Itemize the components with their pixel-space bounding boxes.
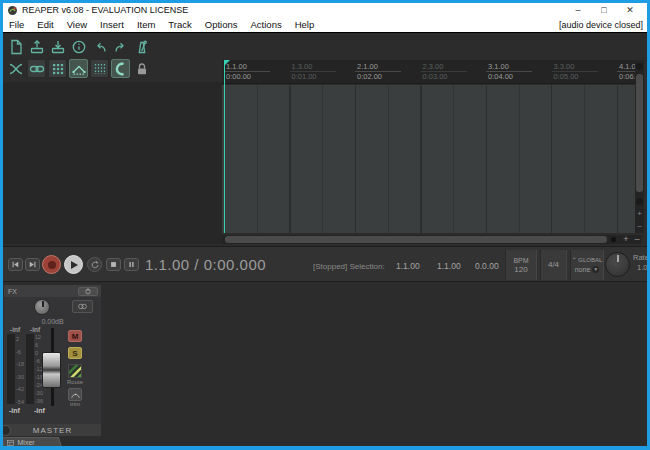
minimize-button[interactable]: – [565, 3, 591, 17]
reaper-logo-icon [7, 5, 18, 16]
main-area: 1.1.000:00.001.3.000:01.002.1.000:02.002… [3, 33, 647, 446]
bottom-dock: FX 0.00dB -inf -inf 2- [3, 282, 647, 446]
lock-button[interactable] [132, 59, 151, 78]
grid-button[interactable] [90, 59, 109, 78]
ruler-mark[interactable]: 2.1.000:02.00 [355, 62, 415, 81]
scale-tick: 2 [16, 336, 19, 342]
vzoom-in-button[interactable]: + [635, 210, 644, 218]
vscroll-thumb[interactable] [636, 74, 643, 192]
go-to-end-button[interactable] [25, 258, 40, 271]
link-icon [29, 61, 45, 77]
undo-button[interactable] [90, 37, 109, 56]
ruler-mark[interactable]: 2.3.000:03.00 [421, 62, 481, 81]
global-automation-value[interactable]: none▼ [575, 265, 600, 275]
stop-button[interactable] [106, 258, 121, 271]
vu-meter-left [7, 334, 15, 404]
ruler-mark[interactable]: 1.1.000:00.00 [224, 62, 284, 81]
master-knob[interactable] [3, 425, 11, 436]
global-automation-label: ⌃ GLOBAL [572, 256, 603, 265]
ruler-mark[interactable]: 1.3.000:01.00 [290, 62, 350, 81]
playrate-knob[interactable] [605, 252, 630, 277]
redo-button[interactable] [111, 37, 130, 56]
menu-actions[interactable]: Actions [251, 19, 282, 30]
menu-view[interactable]: View [67, 19, 87, 30]
bpm-value[interactable]: 120 [514, 265, 527, 275]
repeat-icon [90, 260, 100, 270]
envelope-button[interactable] [69, 59, 88, 78]
grouping-button[interactable] [48, 59, 67, 78]
ruler-mark[interactable]: 3.3.000:05.00 [552, 62, 612, 81]
record-button[interactable] [42, 255, 61, 274]
play-button[interactable] [64, 255, 83, 274]
mono-stereo-button[interactable] [72, 300, 93, 313]
project-settings-button[interactable] [69, 37, 88, 56]
hscroll-thumb[interactable] [225, 236, 607, 243]
snap-button[interactable] [111, 59, 130, 78]
save-project-icon [50, 39, 66, 55]
redo-icon [113, 39, 129, 55]
go-to-start-button[interactable] [8, 258, 23, 271]
volume-fader[interactable] [42, 352, 61, 388]
metronome-button[interactable] [132, 37, 151, 56]
snap-icon [113, 61, 129, 77]
envelope-trim-button[interactable] [68, 388, 82, 401]
volume-readout[interactable]: 0.00dB [4, 317, 101, 326]
crossfade-button[interactable] [6, 59, 25, 78]
title-bar[interactable]: REAPER v6.08 - EVALUATION LICENSE – □ ✕ [3, 3, 647, 17]
vscroll-dot[interactable] [636, 63, 643, 70]
transport-status: [Stopped] Selection: [313, 262, 385, 271]
scale-tick: -30 [35, 390, 43, 396]
master-track-row[interactable]: MASTER [4, 424, 101, 436]
mixer-dock-tab[interactable]: Mixer [3, 437, 62, 446]
menu-edit[interactable]: Edit [37, 19, 53, 30]
horizontal-scrollbar[interactable]: + – [222, 235, 642, 244]
arrange-grid[interactable] [222, 85, 635, 233]
rate-value[interactable]: 1.0 [633, 263, 647, 272]
grid-icon [92, 61, 108, 77]
maximize-button[interactable]: □ [591, 3, 617, 17]
selection-start-value[interactable]: 1.1.00 [396, 261, 420, 271]
vscroll-dot2[interactable] [636, 198, 643, 205]
selection-length-value[interactable]: 0.0.00 [475, 261, 499, 271]
open-project-button[interactable] [27, 37, 46, 56]
transport-position-display[interactable]: 1.1.00 / 0:00.000 [145, 256, 266, 273]
menu-item[interactable]: Item [137, 19, 155, 30]
timeline-ruler[interactable]: 1.1.000:00.001.3.000:01.002.1.000:02.002… [222, 60, 642, 84]
global-automation-box[interactable]: ⌃ GLOBAL none▼ [570, 250, 604, 280]
fx-chain-row[interactable]: FX [4, 285, 101, 297]
repeat-button[interactable] [87, 257, 102, 272]
vertical-scrollbar[interactable]: + – [635, 60, 644, 233]
menu-insert[interactable]: Insert [100, 19, 124, 30]
fx-bypass-button[interactable] [78, 287, 98, 296]
menu-help[interactable]: Help [295, 19, 315, 30]
envelope-curve-icon [70, 390, 81, 400]
hzoom-out-button[interactable]: – [631, 235, 643, 244]
menu-bar: FileEditViewInsertItemTrackOptionsAction… [3, 17, 647, 33]
link-button[interactable] [27, 59, 46, 78]
vzoom-out-button[interactable]: – [635, 222, 644, 230]
reaper-window: REAPER v6.08 - EVALUATION LICENSE – □ ✕ … [3, 3, 647, 446]
track-control-panel[interactable] [3, 82, 222, 244]
save-project-button[interactable] [48, 37, 67, 56]
menu-options[interactable]: Options [205, 19, 238, 30]
pause-button[interactable] [124, 258, 139, 271]
time-signature-box[interactable]: 4/4 [540, 250, 567, 280]
selection-end-value[interactable]: 1.1.00 [437, 261, 461, 271]
meter-fader-zone: -inf -inf 2-6-18-30-42-54 1260-6-12-18-2… [4, 326, 101, 407]
power-icon [84, 287, 92, 295]
menu-track[interactable]: Track [168, 19, 191, 30]
new-project-button[interactable] [6, 37, 25, 56]
close-button[interactable]: ✕ [617, 3, 643, 17]
meter-value-right: -inf [34, 407, 45, 414]
ruler-mark[interactable]: 3.1.000:04.00 [486, 62, 546, 81]
solo-button[interactable]: S [68, 347, 82, 359]
bpm-box[interactable]: BPM 120 [505, 250, 537, 280]
pan-knob[interactable] [34, 299, 50, 315]
time-signature-value[interactable]: 4/4 [548, 260, 559, 270]
edit-cursor[interactable] [224, 60, 225, 233]
hscroll-dot[interactable] [611, 237, 616, 242]
mute-button[interactable]: M [68, 330, 82, 342]
route-button[interactable] [68, 364, 82, 378]
menu-file[interactable]: File [9, 19, 24, 30]
fx-label[interactable]: FX [8, 288, 78, 295]
